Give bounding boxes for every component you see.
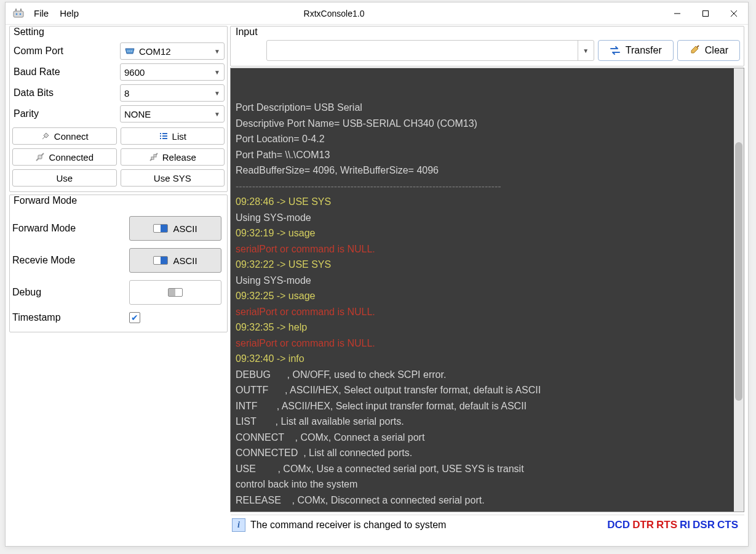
transfer-button[interactable]: Transfer <box>598 40 674 61</box>
list-button[interactable]: List <box>121 127 225 145</box>
chevron-down-icon: ▼ <box>214 69 220 76</box>
receive-mode-toggle[interactable]: ASCII <box>129 248 221 273</box>
window-title: RxtxConsole1.0 <box>5 9 663 18</box>
svg-rect-13 <box>162 133 167 134</box>
connected-button[interactable]: Connected <box>12 148 117 166</box>
signal-ri: RI <box>680 519 690 531</box>
signal-cts: CTS <box>717 519 738 531</box>
chevron-down-icon: ▼ <box>583 47 589 54</box>
debug-toggle[interactable] <box>129 280 221 305</box>
window-maximize-button[interactable] <box>691 2 720 25</box>
svg-rect-18 <box>38 155 42 159</box>
forward-mode-legend: Forward Mode <box>12 195 78 206</box>
svg-rect-6 <box>703 10 709 16</box>
plug-icon <box>41 131 50 141</box>
console-line: INTF , ASCII/HEX, Select input transfer … <box>236 398 739 414</box>
setting-legend: Setting <box>12 26 46 38</box>
input-group: Input ▼ Transfer Clear <box>230 26 744 66</box>
svg-rect-16 <box>160 138 161 139</box>
console-line: DEBUG , ON/OFF, used to check SCPI error… <box>236 367 739 383</box>
timestamp-label: Timestamp <box>12 312 123 323</box>
console-line: 09:32:40 -> info <box>236 351 739 367</box>
status-message: The command receiver is changed to syste… <box>250 520 600 531</box>
window-minimize-button[interactable] <box>663 2 691 25</box>
console-line: ReadBufferSize= 4096, WriteBufferSize= 4… <box>236 163 739 179</box>
debug-label: Debug <box>12 287 123 298</box>
info-icon: i <box>232 518 245 532</box>
titlebar: File Help RxtxConsole1.0 <box>6 2 748 25</box>
console-line: Using SYS-mode <box>236 273 739 289</box>
console-line: 09:28:46 -> USE SYS <box>236 194 739 210</box>
console-line: control back into the system <box>236 476 739 492</box>
console-line: CONNECTED , List all connected ports. <box>236 445 739 461</box>
commport-select[interactable]: COM12 ▼ <box>120 42 225 60</box>
use-button[interactable]: Use <box>12 169 117 187</box>
commport-value: COM12 <box>139 46 210 57</box>
baudrate-label: Baud Rate <box>12 66 120 78</box>
databits-label: Data Bits <box>12 87 120 98</box>
svg-rect-19 <box>151 157 154 159</box>
console-line: USE , COMx, Use a connected serial port,… <box>236 461 739 477</box>
transfer-icon <box>610 46 621 55</box>
scrollbar-track[interactable] <box>734 68 744 512</box>
databits-select[interactable]: 8▼ <box>120 84 225 102</box>
signal-rts: RTS <box>656 519 677 531</box>
plug-release-icon <box>149 152 159 162</box>
chevron-down-icon: ▼ <box>214 111 220 118</box>
forward-mode-label: Forward Mode <box>12 223 123 234</box>
baudrate-select[interactable]: 9600▼ <box>120 63 225 81</box>
signal-dsr: DSR <box>693 519 715 531</box>
console-line: serialPort or command is NULL. <box>236 335 739 351</box>
chevron-down-icon: ▼ <box>214 48 220 55</box>
svg-point-9 <box>127 50 129 52</box>
window-close-button[interactable] <box>720 2 748 25</box>
signal-dcd: DCD <box>607 519 630 531</box>
console-line: Port Path= \\.\COM13 <box>236 147 739 163</box>
svg-line-21 <box>697 46 699 47</box>
toggle-icon <box>168 288 183 297</box>
svg-point-10 <box>129 50 130 52</box>
console-line: Port Location= 0-4.2 <box>236 131 739 147</box>
console-line: serialPort or command is NULL. <box>236 241 739 257</box>
input-field[interactable] <box>267 41 578 60</box>
console-line: QUIT , Quit the application. <box>236 508 739 512</box>
console-line: RELEASE , COMx, Disconnect a connected s… <box>236 492 739 508</box>
chevron-down-icon: ▼ <box>214 90 220 97</box>
list-icon <box>159 131 169 141</box>
serial-port-icon <box>124 47 135 55</box>
input-dropdown-button[interactable]: ▼ <box>578 41 594 60</box>
use-sys-button[interactable]: Use SYS <box>121 169 225 187</box>
broom-icon <box>689 45 700 56</box>
forward-mode-group: Forward Mode Forward Mode ASCII Recevie … <box>9 195 228 332</box>
parity-select[interactable]: NONE▼ <box>120 105 225 122</box>
parity-label: Parity <box>12 108 120 119</box>
console-line: Using SYS-mode <box>236 210 739 226</box>
timestamp-checkbox[interactable]: ✔ <box>129 312 140 323</box>
status-bar: i The command receiver is changed to sys… <box>231 515 744 534</box>
console-line: LIST , List all available serial ports. <box>236 414 739 430</box>
input-combo[interactable]: ▼ <box>266 40 594 61</box>
console-line: CONNECT , COMx, Connect a serial port <box>236 430 739 446</box>
receive-mode-label: Recevie Mode <box>12 255 123 266</box>
forward-mode-toggle[interactable]: ASCII <box>129 216 221 241</box>
clear-button[interactable]: Clear <box>677 40 740 61</box>
svg-rect-17 <box>162 138 167 139</box>
console-output[interactable]: Port Description= USB SerialDescriptive … <box>230 68 744 512</box>
console-line: 09:32:35 -> help <box>236 319 739 335</box>
svg-rect-20 <box>154 155 156 157</box>
scrollbar-thumb[interactable] <box>735 142 742 401</box>
console-line: 09:32:22 -> USE SYS <box>236 257 739 273</box>
setting-group: Setting Comm Port COM12 ▼ Baud Rate 9600… <box>9 26 228 192</box>
console-line: 09:32:19 -> usage <box>236 225 739 241</box>
release-button[interactable]: Release <box>121 148 225 166</box>
connect-button[interactable]: Connect <box>12 127 117 145</box>
commport-label: Comm Port <box>12 46 120 57</box>
signal-indicators: DCDDTRRTSRIDSRCTS <box>605 518 738 531</box>
svg-rect-12 <box>160 133 161 134</box>
console-line: serialPort or command is NULL. <box>236 304 739 320</box>
svg-point-11 <box>131 50 132 52</box>
app-window: File Help RxtxConsole1.0 Setting Comm Po… <box>5 2 749 547</box>
toggle-icon <box>153 224 168 233</box>
console-line: Descriptive Port Name= USB-SERIAL CH340 … <box>236 116 739 132</box>
console-line: ----------------------------------------… <box>236 179 739 195</box>
